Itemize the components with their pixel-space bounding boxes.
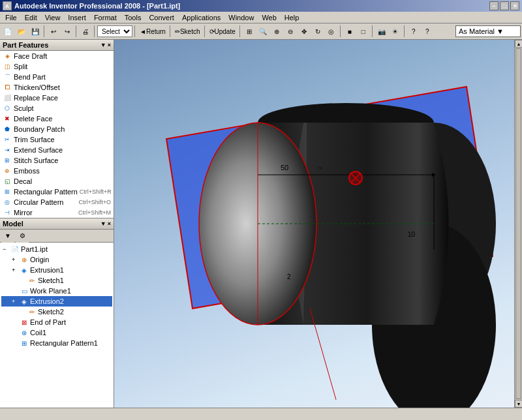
zoom-button[interactable]: 🔍 <box>256 25 269 38</box>
sep9 <box>372 25 373 37</box>
feature-item-split[interactable]: ◫ Split <box>0 61 114 72</box>
sep10 <box>404 25 405 37</box>
return-button[interactable]: ◄ Return <box>138 25 168 38</box>
feature-item-stitch-surface[interactable]: ⊞ Stitch Surface <box>0 155 114 166</box>
camera-button[interactable]: 📷 <box>375 25 388 38</box>
redo-button[interactable]: ↪ <box>61 25 74 38</box>
scroll-down-button[interactable]: ▼ <box>515 400 522 408</box>
view-display-dropdown[interactable]: As Material ▼ <box>455 25 521 37</box>
mirror-icon: ⊣ <box>3 208 12 217</box>
save-button[interactable]: 💾 <box>29 25 42 38</box>
look-at-button[interactable]: ◎ <box>325 25 338 38</box>
menu-applications[interactable]: Applications <box>178 13 224 22</box>
tree-icon-sketch2: ✏ <box>27 307 37 316</box>
tree-part1[interactable]: − 📄 Part1.ipt <box>1 244 112 254</box>
toolbar-row1: 📄 📂 💾 ↩ ↪ 🖨 Select ◄ Return ✏ Sketch ⟳ U… <box>0 23 522 39</box>
wire-button[interactable]: □ <box>357 25 370 38</box>
viewport[interactable]: 50 → 2 10 ▲ ▼ <box>114 40 522 408</box>
tree-icon-rect1: ⊞ <box>20 338 29 348</box>
menu-view[interactable]: View <box>41 13 65 22</box>
tree-label-sketch2: Sketch2 <box>38 308 64 316</box>
menu-window[interactable]: Window <box>224 13 258 22</box>
minimize-button[interactable]: − <box>489 1 499 10</box>
tree-label-rect1: Rectangular Pattern1 <box>30 339 98 347</box>
menu-insert[interactable]: Insert <box>64 13 90 22</box>
feature-item-mirror[interactable]: ⊣ Mirror Ctrl+Shift+M <box>0 207 114 218</box>
feature-item-trim-surface[interactable]: ✂ Trim Surface <box>0 134 114 145</box>
scroll-thumb[interactable] <box>515 48 521 399</box>
help2-button[interactable]: ? <box>421 25 434 38</box>
close-button[interactable]: ✕ <box>510 1 519 10</box>
maximize-button[interactable]: □ <box>500 1 509 10</box>
feature-item-sculpt[interactable]: ⬡ Sculpt <box>0 103 114 113</box>
part-features-expand-icon[interactable]: ▼ <box>100 42 106 48</box>
new-button[interactable]: 📄 <box>1 25 14 38</box>
tree-label-workplane1: Work Plane1 <box>30 287 71 295</box>
menu-help[interactable]: Help <box>281 13 303 22</box>
feature-item-face-draft[interactable]: ◈ Face Draft <box>0 51 114 61</box>
sketch-button[interactable]: ✏ Sketch <box>173 25 202 38</box>
dim-text-50: 50 <box>281 164 288 172</box>
sep2 <box>76 25 77 37</box>
part-features-close-icon[interactable]: × <box>108 42 111 48</box>
help-button[interactable]: ? <box>407 25 420 38</box>
model-expand-icon[interactable]: ▼ <box>100 220 106 227</box>
tree-extrusion1[interactable]: + ◈ Extrusion1 <box>1 265 112 275</box>
tree-rect-pattern1[interactable]: ⊞ Rectangular Pattern1 <box>1 338 112 348</box>
menu-convert[interactable]: Convert <box>145 13 178 22</box>
feature-item-decal[interactable]: ◱ Decal <box>0 176 114 187</box>
title-bar: A Autodesk Inventor Professional 2008 - … <box>0 0 522 12</box>
select-dropdown[interactable]: Select <box>97 25 132 37</box>
part-features-list: ◈ Face Draft ◫ Split ⌒ Bend Part ⧠ Thick… <box>0 51 114 218</box>
tree-coil1[interactable]: ⊛ Coil1 <box>1 327 112 338</box>
rotate-button[interactable]: ↻ <box>311 25 324 38</box>
feature-item-emboss[interactable]: ⊕ Emboss <box>0 166 114 176</box>
feature-item-rect-pattern[interactable]: ⊞ Rectangular Pattern Ctrl+Shift+R <box>0 187 114 197</box>
tree-expand-extrusion1[interactable]: + <box>12 267 18 273</box>
print-button[interactable]: 🖨 <box>79 25 92 38</box>
zoom-in-button[interactable]: ⊕ <box>270 25 283 38</box>
model-panel: Model ▼ × ▼ ⚙ − 📄 Part1.ipt <box>0 218 114 408</box>
sep1 <box>44 25 45 37</box>
tree-end-of-part[interactable]: ⊠ End of Part <box>1 317 112 327</box>
feature-item-thicken[interactable]: ⧠ Thicken/Offset <box>0 82 114 93</box>
feature-item-replace-face[interactable]: ⬜ Replace Face <box>0 93 114 103</box>
model-panel-header[interactable]: Model ▼ × <box>0 218 114 230</box>
model-close-icon[interactable]: × <box>108 220 111 227</box>
menu-tools[interactable]: Tools <box>121 13 146 22</box>
sep3 <box>94 25 95 37</box>
tree-sketch1[interactable]: ✏ Sketch1 <box>1 275 112 286</box>
menu-format[interactable]: Format <box>90 13 121 22</box>
tree-expand-extrusion2[interactable]: + <box>12 298 18 305</box>
tree-workplane1[interactable]: ▭ Work Plane1 <box>1 286 112 296</box>
scroll-up-button[interactable]: ▲ <box>515 40 522 48</box>
replace-face-icon: ⬜ <box>3 93 12 102</box>
light-button[interactable]: ☀ <box>389 25 402 38</box>
menu-edit[interactable]: Edit <box>21 13 41 22</box>
feature-item-circ-pattern[interactable]: ◎ Circular Pattern Ctrl+Shift+O <box>0 197 114 207</box>
shaded-button[interactable]: ■ <box>343 25 356 38</box>
part-features-header[interactable]: Part Features ▼ × <box>0 40 114 51</box>
menu-file[interactable]: File <box>1 13 21 22</box>
feature-item-delete-face[interactable]: ✖ Delete Face <box>0 113 114 124</box>
feature-item-bend-part[interactable]: ⌒ Bend Part <box>0 72 114 82</box>
undo-button[interactable]: ↩ <box>47 25 60 38</box>
tree-extrusion2[interactable]: + ◈ Extrusion2 <box>1 296 112 307</box>
sep7 <box>239 25 241 37</box>
zoom-all-button[interactable]: ⊞ <box>243 25 256 38</box>
menu-web[interactable]: Web <box>258 13 280 22</box>
filter-button[interactable]: ▼ <box>1 230 14 243</box>
tree-expand-part1[interactable]: − <box>3 246 9 252</box>
open-button[interactable]: 📂 <box>15 25 28 38</box>
feature-item-boundary-patch[interactable]: ⬟ Boundary Patch <box>0 124 114 134</box>
feature-item-extend-surface[interactable]: ⇥ Extend Surface <box>0 145 114 155</box>
tree-expand-origin[interactable]: + <box>12 256 18 263</box>
part-features-icons: ▼ × <box>100 42 111 48</box>
pan-button[interactable]: ✥ <box>298 25 311 38</box>
tree-icon-workplane1: ▭ <box>20 286 29 295</box>
model-options-button[interactable]: ⚙ <box>16 230 29 243</box>
tree-sketch2[interactable]: ✏ Sketch2 <box>1 307 112 317</box>
zoom-out-button[interactable]: ⊖ <box>284 25 297 38</box>
update-button[interactable]: ⟳ Update <box>207 25 238 38</box>
tree-origin[interactable]: + ⊕ Origin <box>1 254 112 265</box>
